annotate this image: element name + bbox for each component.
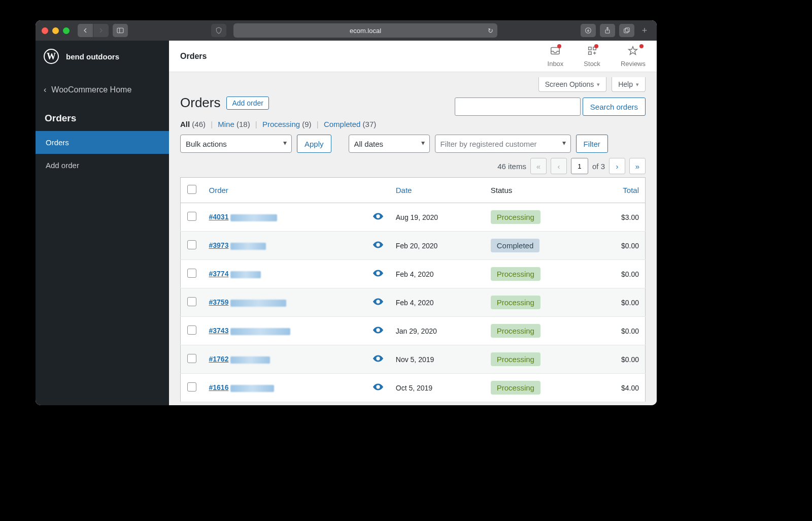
notification-dot-icon — [594, 44, 598, 48]
back-to-woocommerce[interactable]: ‹ WooCommerce Home — [36, 77, 169, 103]
order-date: Feb 20, 2020 — [390, 232, 485, 260]
site-brand[interactable]: W bend outdoors — [36, 41, 169, 77]
privacy-shield-icon[interactable] — [211, 24, 226, 37]
customer-name-redacted — [230, 356, 270, 364]
share-icon[interactable] — [600, 24, 615, 37]
row-checkbox[interactable] — [187, 297, 196, 306]
order-link[interactable]: #3973 — [209, 241, 229, 249]
row-checkbox[interactable] — [187, 240, 196, 249]
svg-rect-4 — [624, 29, 628, 33]
woocommerce-topbar: Orders InboxStockReviews — [169, 41, 657, 72]
reload-icon[interactable]: ↻ — [488, 27, 493, 35]
admin-sidebar: W bend outdoors ‹ WooCommerce Home Order… — [36, 41, 169, 405]
reviews-button[interactable]: Reviews — [621, 45, 646, 68]
status-badge: Completed — [491, 239, 540, 252]
item-count: 46 items — [497, 162, 526, 171]
address-bar[interactable]: ecom.local ↻ — [233, 23, 497, 38]
preview-icon[interactable] — [366, 317, 390, 345]
traffic-lights — [42, 27, 70, 34]
browser-window: ecom.local ↻ + W bend outdoors ‹ WooComm… — [36, 20, 657, 405]
maximize-window-icon[interactable] — [63, 27, 70, 34]
order-link[interactable]: #3759 — [209, 298, 229, 306]
status-badge: Processing — [491, 296, 540, 309]
first-page-button[interactable]: « — [530, 158, 547, 174]
preview-icon[interactable] — [366, 203, 390, 232]
row-checkbox[interactable] — [187, 325, 196, 335]
order-total: $0.00 — [593, 317, 646, 345]
search-orders-button[interactable]: Search orders — [583, 97, 646, 116]
customer-name-redacted — [230, 385, 274, 392]
view-filters: All (46) | Mine (18) | Processing (9) | … — [180, 120, 646, 128]
order-total: $0.00 — [593, 345, 646, 374]
sidebar-item-orders[interactable]: Orders — [36, 131, 169, 154]
stock-button[interactable]: Stock — [584, 45, 600, 68]
view-mine[interactable]: Mine — [218, 120, 234, 128]
order-date: Feb 4, 2020 — [390, 260, 485, 288]
col-date[interactable]: Date — [390, 178, 485, 203]
minimize-window-icon[interactable] — [52, 27, 59, 34]
status-badge: Processing — [491, 352, 540, 366]
customer-name-redacted — [230, 328, 290, 335]
downloads-icon[interactable] — [581, 24, 596, 37]
order-link[interactable]: #4031 — [209, 213, 229, 221]
filter-button[interactable]: Filter — [576, 135, 608, 153]
col-total[interactable]: Total — [593, 178, 646, 203]
new-tab-button[interactable]: + — [638, 25, 651, 36]
inbox-button[interactable]: Inbox — [548, 45, 564, 68]
bulk-actions-select[interactable]: Bulk actions — [180, 135, 292, 153]
preview-icon[interactable] — [366, 374, 390, 402]
row-checkbox[interactable] — [187, 269, 196, 278]
select-all-checkbox[interactable] — [187, 185, 196, 194]
order-date: Oct 5, 2019 — [390, 374, 485, 402]
svg-rect-9 — [588, 51, 591, 54]
screen-options-toggle[interactable]: Screen Options — [538, 77, 607, 92]
svg-rect-5 — [625, 28, 629, 32]
row-checkbox[interactable] — [187, 354, 196, 363]
order-total: $3.00 — [593, 203, 646, 232]
customer-name-redacted — [230, 214, 277, 221]
svg-rect-7 — [588, 47, 591, 50]
order-link[interactable]: #1616 — [209, 383, 229, 392]
sidebar-toggle-icon[interactable] — [113, 24, 128, 37]
order-link[interactable]: #3743 — [209, 327, 229, 335]
table-row: #3774Feb 4, 2020Processing$0.00 — [181, 260, 646, 288]
apply-button[interactable]: Apply — [297, 135, 331, 153]
preview-icon[interactable] — [366, 260, 390, 288]
orders-table: Order Date Status Total #4031Aug 19, 202… — [180, 177, 646, 402]
order-total: $0.00 — [593, 260, 646, 288]
preview-icon[interactable] — [366, 232, 390, 260]
customer-name-redacted — [230, 243, 266, 250]
status-badge: Processing — [491, 267, 540, 281]
order-link[interactable]: #1762 — [209, 355, 229, 363]
preview-icon[interactable] — [366, 288, 390, 317]
table-row: #4031Aug 19, 2020Processing$3.00 — [181, 203, 646, 232]
url-text: ecom.local — [350, 27, 381, 35]
chevron-left-icon: ‹ — [44, 85, 46, 94]
col-order[interactable]: Order — [203, 178, 366, 203]
page-input[interactable] — [571, 158, 588, 174]
help-toggle[interactable]: Help — [612, 77, 646, 92]
nav-back-button[interactable] — [78, 24, 93, 37]
tabs-icon[interactable] — [619, 24, 634, 37]
view-completed[interactable]: Completed — [324, 120, 361, 128]
search-input[interactable] — [455, 97, 581, 116]
date-filter-select[interactable]: All dates — [349, 135, 430, 153]
row-checkbox[interactable] — [187, 212, 196, 221]
table-row: #1616Oct 5, 2019Processing$4.00 — [181, 374, 646, 402]
view-processing[interactable]: Processing — [262, 120, 300, 128]
col-status: Status — [485, 178, 593, 203]
nav-forward-button[interactable] — [93, 24, 109, 37]
row-checkbox[interactable] — [187, 382, 196, 392]
status-badge: Processing — [491, 381, 540, 395]
sidebar-item-add-order[interactable]: Add order — [36, 154, 169, 177]
add-order-button[interactable]: Add order — [226, 96, 268, 110]
order-link[interactable]: #3774 — [209, 270, 229, 278]
preview-icon[interactable] — [366, 345, 390, 374]
next-page-button[interactable]: › — [609, 158, 625, 174]
close-window-icon[interactable] — [42, 27, 48, 34]
prev-page-button[interactable]: ‹ — [551, 158, 567, 174]
customer-filter-select[interactable]: Filter by registered customer — [435, 135, 571, 153]
view-all[interactable]: All — [180, 120, 190, 128]
customer-name-redacted — [230, 300, 286, 307]
last-page-button[interactable]: » — [629, 158, 646, 174]
